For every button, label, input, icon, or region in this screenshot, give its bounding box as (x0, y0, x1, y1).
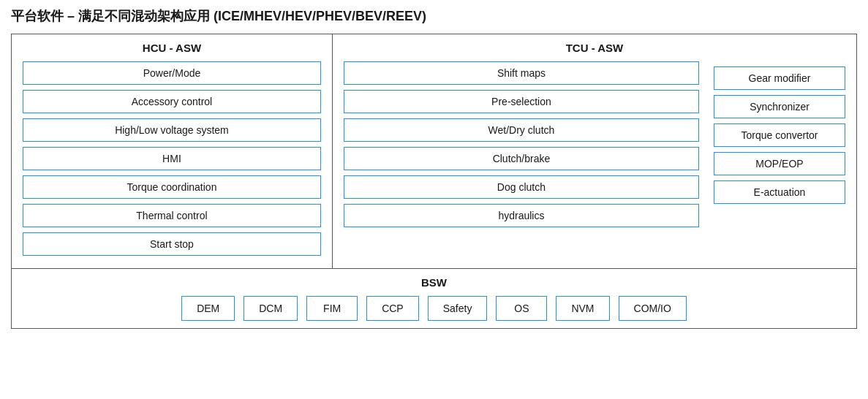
tcu-right-items: Gear modifierSynchronizerTorque converto… (714, 66, 845, 204)
page-title: 平台软件 – 满足不同混动架构应用 (ICE/MHEV/HEV/PHEV/BEV… (11, 7, 857, 25)
tcu-right-item: Synchronizer (714, 95, 845, 118)
hcu-item: Torque coordination (23, 175, 321, 199)
tcu-right-item: E-actuation (714, 180, 845, 204)
bsw-items: DEMDCMFIMCCPSafetyOSNVMCOM/IO (23, 296, 845, 321)
hcu-item: Power/Mode (23, 61, 321, 85)
hcu-section: HCU - ASW Power/ModeAccessory controlHig… (12, 34, 333, 268)
tcu-right-item: MOP/EOP (714, 152, 845, 175)
tcu-left-item: Pre-selection (344, 90, 699, 113)
hcu-item: Thermal control (23, 204, 321, 227)
tcu-title: TCU - ASW (344, 42, 845, 54)
tcu-left-item: Clutch/brake (344, 147, 699, 170)
tcu-right-item: Gear modifier (714, 66, 845, 90)
tcu-left: Shift mapsPre-selectionWet/Dry clutchClu… (344, 61, 699, 232)
hcu-item: Accessory control (23, 90, 321, 113)
hcu-item: Start stop (23, 232, 321, 256)
bsw-item: FIM (306, 296, 358, 321)
tcu-left-item: Shift maps (344, 61, 699, 85)
tcu-left-item: hydraulics (344, 204, 699, 227)
hcu-item: High/Low voltage system (23, 118, 321, 142)
tcu-right: Gear modifierSynchronizerTorque converto… (714, 61, 845, 232)
hcu-items-list: Power/ModeAccessory controlHigh/Low volt… (23, 61, 321, 256)
tcu-left-item: Wet/Dry clutch (344, 118, 699, 142)
hcu-item: HMI (23, 147, 321, 170)
hcu-title: HCU - ASW (23, 42, 321, 54)
bsw-item: DCM (244, 296, 298, 321)
bsw-section: BSW DEMDCMFIMCCPSafetyOSNVMCOM/IO (12, 269, 856, 328)
tcu-section: TCU - ASW Shift mapsPre-selectionWet/Dry… (333, 34, 856, 268)
tcu-left-item: Dog clutch (344, 175, 699, 199)
bsw-item: OS (496, 296, 547, 321)
bsw-title: BSW (23, 276, 845, 289)
tcu-left-items: Shift mapsPre-selectionWet/Dry clutchClu… (344, 61, 699, 227)
bsw-item: CCP (366, 296, 419, 321)
main-container: HCU - ASW Power/ModeAccessory controlHig… (11, 34, 857, 329)
bsw-item: DEM (181, 296, 235, 321)
bsw-item: NVM (556, 296, 609, 321)
bsw-item: COM/IO (619, 296, 687, 321)
bsw-item: Safety (428, 296, 488, 321)
tcu-right-item: Torque convertor (714, 123, 845, 147)
